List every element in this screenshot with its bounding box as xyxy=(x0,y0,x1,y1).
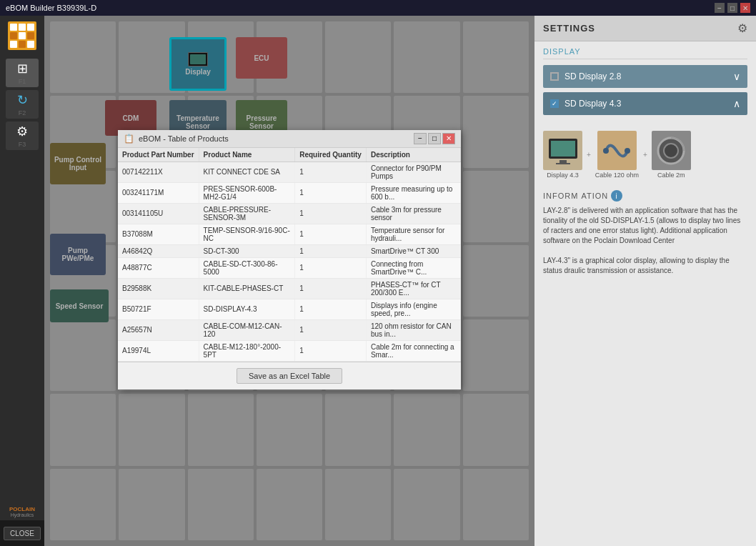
table-cell-part: B29588K xyxy=(118,278,199,299)
modal-controls[interactable]: − □ ✕ xyxy=(414,133,455,144)
modal-title-left: 📋 eBOM - Table of Products xyxy=(124,134,229,144)
modal-titlebar: 📋 eBOM - Table of Products − □ ✕ xyxy=(118,130,461,148)
info-section-title: INFORM xyxy=(543,192,578,200)
col-product-name: Product Name xyxy=(199,148,295,162)
checkbox-43[interactable]: ✓ xyxy=(550,99,559,108)
product-caption-display43: Display 4.3 xyxy=(547,172,579,179)
table-cell-part: 003141105U xyxy=(118,203,199,224)
product-img-cable-120 xyxy=(597,131,637,170)
display-section-title: DISPLAY xyxy=(543,47,747,59)
table-cell-desc: Connector for P90/PM Pumps xyxy=(366,162,460,182)
table-cell-desc: Cable 2m for connecting a Smar... xyxy=(366,340,460,361)
title-bar-controls[interactable]: − □ ✕ xyxy=(715,3,750,13)
table-cell-name: SD-CT-300 xyxy=(199,244,295,257)
table-cell-name: CABLE-M12-180°-2000-5PT xyxy=(199,340,295,361)
modal-title-text: eBOM - Table of Products xyxy=(139,134,229,143)
table-cell-qty: 1 xyxy=(295,278,367,299)
grid-icon: ⊞ xyxy=(17,61,28,76)
col-required-qty: Required Quantity xyxy=(295,148,367,162)
table-cell-qty: 1 xyxy=(295,257,367,278)
table-cell-part: B50721F xyxy=(118,299,199,319)
save-excel-button[interactable]: Save as an Excel Table xyxy=(237,368,342,384)
title-bar: eBOM Builder B39939L-D − □ ✕ xyxy=(0,0,756,16)
plus-icon-1: + xyxy=(587,151,591,159)
modal-title-icon: 📋 xyxy=(124,134,134,144)
table-row: 003141105UCABLE-PRESSURE-SENSOR-3M1Cable… xyxy=(118,203,461,224)
plus-icon-2: + xyxy=(643,151,647,159)
info-text-2: LAY-4.3" is a graphical color display, a… xyxy=(543,256,747,276)
info-text-1: LAY-2.8" is delivered with an applicatio… xyxy=(543,206,747,246)
modal-close-button[interactable]: ✕ xyxy=(442,133,455,144)
app-title: eBOM Builder B39939L-D xyxy=(6,4,96,12)
display-option-28[interactable]: SD Display 2.8 ∨ xyxy=(543,65,747,88)
minimize-button[interactable]: − xyxy=(715,3,725,13)
table-cell-qty: 1 xyxy=(295,340,367,361)
table-cell-desc: PHASES-CT™ for CT 200/300 E... xyxy=(366,278,460,299)
modal-overlay: 📋 eBOM - Table of Products − □ ✕ Product… xyxy=(44,16,534,546)
product-img-display43 xyxy=(543,131,582,170)
product-cable-120ohm: Cable 120 ohm xyxy=(595,131,639,179)
left-sidebar: ⊞ F1 ↻ F2 ⚙ F3 POCLAIN Hydraulics CLOSE xyxy=(0,16,44,546)
table-row: 003241171MPRES-SENSOR-600B-MH2-G1/41Pres… xyxy=(118,182,461,203)
product-cable-2m: Cable 2m xyxy=(652,131,691,179)
modal-minimize-button[interactable]: − xyxy=(414,133,427,144)
refresh-icon: ↻ xyxy=(17,92,28,108)
info-section: INFORM ATION i LAY-2.8" is delivered wit… xyxy=(534,184,756,282)
table-row: A19974LCABLE-M12-180°-2000-5PT1Cable 2m … xyxy=(118,340,461,361)
maximize-button[interactable]: □ xyxy=(727,3,737,13)
ebom-table-modal: 📋 eBOM - Table of Products − □ ✕ Product… xyxy=(118,130,461,389)
table-cell-qty: 1 xyxy=(295,203,367,224)
product-img-cable-2m xyxy=(652,131,691,170)
info-header: INFORM ATION i xyxy=(543,190,747,202)
table-cell-part: B37088M xyxy=(118,224,199,244)
sidebar-f3-label: F3 xyxy=(19,141,26,148)
product-caption-cable120: Cable 120 ohm xyxy=(595,172,639,179)
sidebar-f1-label: F1 xyxy=(19,78,26,85)
table-cell-part: 003241171M xyxy=(118,182,199,203)
table-cell-desc: Connecting from SmartDrive™ C... xyxy=(366,257,460,278)
table-cell-name: CABLE-PRESSURE-SENSOR-3M xyxy=(199,203,295,224)
sidebar-item-settings[interactable]: ⚙ F3 xyxy=(6,121,39,150)
table-cell-part: 007142211X xyxy=(118,162,199,182)
bottom-bar: CLOSE xyxy=(0,520,44,546)
table-cell-name: KIT CONNECT CDE SA xyxy=(199,162,295,182)
table-cell-name: KIT-CABLE-PHASES-CT xyxy=(199,278,295,299)
table-row: 007142211XKIT CONNECT CDE SA1Connector f… xyxy=(118,162,461,182)
display-option-43-label: SD Display 4.3 xyxy=(564,99,621,109)
modal-maximize-button[interactable]: □ xyxy=(428,133,441,144)
sidebar-item-refresh[interactable]: ↻ F2 xyxy=(6,90,39,119)
display-option-28-label: SD Display 2.8 xyxy=(564,71,621,81)
table-cell-part: A46842Q xyxy=(118,244,199,257)
modal-table-wrapper: Product Part Number Product Name Require… xyxy=(118,148,461,362)
table-row: A48877CCABLE-SD-CT-300-86-50001Connectin… xyxy=(118,257,461,278)
svg-rect-1 xyxy=(551,141,575,157)
table-cell-desc: Temperature sensor for hydrauli... xyxy=(366,224,460,244)
table-cell-name: PRES-SENSOR-600B-MH2-G1/4 xyxy=(199,182,295,203)
table-cell-name: TEMP-SENSOR-9/16-90C-NC xyxy=(199,224,295,244)
table-header-row: Product Part Number Product Name Require… xyxy=(118,148,461,162)
table-row: A46842QSD-CT-3001SmartDrive™ CT 300 xyxy=(118,244,461,257)
table-cell-name: SD-DISPLAY-4.3 xyxy=(199,299,295,319)
settings-title: SETTINGS xyxy=(543,23,595,34)
table-cell-desc: Pressure measuring up to 600 b... xyxy=(366,182,460,203)
table-cell-part: A19974L xyxy=(118,340,199,361)
col-description: Description xyxy=(366,148,460,162)
svg-point-5 xyxy=(625,148,630,154)
display-option-43[interactable]: ✓ SD Display 4.3 ∧ xyxy=(543,92,747,115)
checkbox-28[interactable] xyxy=(550,72,559,81)
table-row: B50721FSD-DISPLAY-4.31Displays info (eng… xyxy=(118,299,461,319)
close-button[interactable]: CLOSE xyxy=(4,527,41,540)
table-row: A25657NCABLE-COM-M12-CAN-1201120 ohm res… xyxy=(118,319,461,340)
sidebar-item-grid[interactable]: ⊞ F1 xyxy=(6,59,39,87)
settings-header: SETTINGS ⚙ xyxy=(534,16,756,41)
table-cell-name: CABLE-SD-CT-300-86-5000 xyxy=(199,257,295,278)
info-section-title-2: ATION xyxy=(581,192,608,200)
products-table: Product Part Number Product Name Require… xyxy=(118,148,461,362)
table-row: B37088MTEMP-SENSOR-9/16-90C-NC1Temperatu… xyxy=(118,224,461,244)
close-window-button[interactable]: ✕ xyxy=(740,3,750,13)
chevron-down-icon-28: ∨ xyxy=(733,71,740,82)
table-cell-part: A48877C xyxy=(118,257,199,278)
title-bar-left: eBOM Builder B39939L-D xyxy=(6,4,96,12)
product-images: Display 4.3 + Cable 120 ohm + xyxy=(534,125,756,184)
table-cell-qty: 1 xyxy=(295,182,367,203)
